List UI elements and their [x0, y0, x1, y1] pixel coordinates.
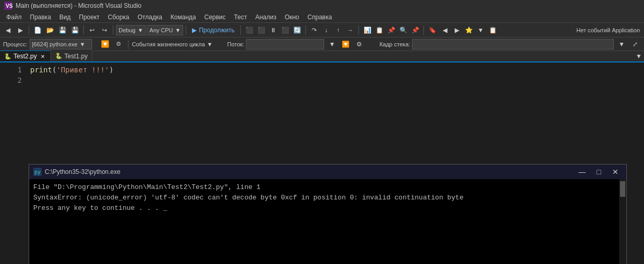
title-bar: VS Main (выполняется) - Microsoft Visual…	[0, 0, 644, 11]
sep3	[113, 26, 113, 35]
tabs-arrow[interactable]: ▼	[634, 51, 644, 61]
console-line-1: File "D:\Programming\Python\Main\Test2\T…	[33, 182, 617, 193]
tab-test2-label: Test2.py	[14, 53, 37, 60]
console-close-btn[interactable]: ✕	[609, 167, 622, 177]
back-btn[interactable]: ◀	[2, 24, 14, 36]
process-label: Процесс:	[3, 41, 28, 47]
console-minimize-btn[interactable]: —	[575, 167, 589, 177]
tab-test1[interactable]: 🐍 Test1.py	[51, 51, 93, 61]
events-dropdown-arrow[interactable]: ▼	[207, 41, 213, 47]
console-title-bar: py C:\Python35-32\python.exe — □ ✕	[29, 165, 626, 179]
menu-edit[interactable]: Правка	[26, 12, 56, 22]
tab-test2-close[interactable]: ✕	[39, 53, 46, 60]
settings-btn[interactable]: ⚙	[113, 39, 124, 50]
tool3-btn[interactable]: 📌	[385, 24, 397, 36]
menu-help[interactable]: Справка	[303, 12, 336, 22]
stack-expand-btn[interactable]: ⤢	[629, 39, 641, 50]
step-over-btn[interactable]: ↷	[308, 24, 320, 36]
console-content: File "D:\Programming\Python\Main\Test2\T…	[29, 179, 626, 264]
thread-input[interactable]	[246, 39, 324, 49]
extra-tools: 📊 📋 📌 🔍 📌	[362, 24, 421, 36]
console-window: py C:\Python35-32\python.exe — □ ✕ File …	[29, 164, 627, 264]
nav2-btn[interactable]: ▶	[451, 24, 462, 36]
debug-sep	[128, 40, 128, 49]
breakpoint-btn[interactable]: ⬛	[243, 24, 255, 36]
menu-build[interactable]: Сборка	[104, 12, 133, 22]
sep2	[83, 26, 84, 35]
open-paren: (	[52, 66, 56, 74]
stack-label: Кадр стека:	[379, 41, 410, 47]
tabs-bar: 🐍 Test2.py ✕ 🐍 Test1.py ▼	[0, 51, 644, 62]
debug-process-bar: Процесс: [6624] python.exe ▼ 🔽 ⚙ События…	[0, 37, 644, 51]
console-maximize-btn[interactable]: □	[592, 167, 606, 177]
debug-controls: ⬛ ⬛ ⏸ ⬛ 🔄	[243, 24, 303, 36]
vs-icon: VS	[4, 2, 12, 10]
svg-text:py: py	[34, 169, 41, 175]
process-dropdown-arrow: ▼	[80, 41, 85, 47]
bookmark-btn[interactable]: 🔖	[427, 24, 438, 36]
pause-btn[interactable]: ⏸	[267, 24, 279, 36]
menu-file[interactable]: Файл	[2, 12, 26, 22]
menu-debug[interactable]: Отладка	[133, 12, 166, 22]
nav1-btn[interactable]: ◀	[439, 24, 450, 36]
nav-tools: ◀ ▶ ⭐ ▼ 📋	[439, 24, 498, 36]
sep6	[305, 26, 306, 35]
print-keyword: print	[30, 66, 52, 74]
tool2-btn[interactable]: 📋	[373, 24, 385, 36]
debug-btn2[interactable]: ⬛	[255, 24, 267, 36]
open-btn[interactable]: 📂	[44, 24, 56, 36]
menu-view[interactable]: Вид	[55, 12, 75, 22]
tab-test1-label: Test1.py	[65, 53, 88, 60]
title-text: Main (выполняется) - Microsoft Visual St…	[16, 2, 141, 9]
menu-window[interactable]: Окно	[280, 12, 303, 22]
sep4	[186, 26, 186, 35]
stack-dropdown-btn[interactable]: ▼	[616, 39, 627, 50]
tool1-btn[interactable]: 📊	[362, 24, 373, 36]
nav3-btn[interactable]: ⭐	[463, 24, 474, 36]
nav4-btn[interactable]: ▼	[475, 24, 486, 36]
menu-tools[interactable]: Сервис	[200, 12, 230, 22]
filter-btn[interactable]: 🔽	[99, 39, 111, 50]
string-literal: 'Привет !!!'	[57, 66, 109, 74]
forward-btn[interactable]: ▶	[15, 24, 26, 36]
events-label: События жизненного цикла	[132, 41, 205, 47]
menu-team[interactable]: Команда	[166, 12, 200, 22]
line-numbers: 1 2	[0, 62, 26, 99]
menu-test[interactable]: Тест	[230, 12, 251, 22]
tool5-btn[interactable]: 📌	[409, 24, 421, 36]
code-line-1: print('Привет !!!')	[30, 65, 644, 75]
save-all-btn[interactable]: 💾	[69, 24, 81, 36]
new-file-btn[interactable]: 📄	[32, 24, 43, 36]
debug-config-dropdown[interactable]: Debug ▼	[116, 25, 146, 35]
redo-btn[interactable]: ↪	[99, 24, 110, 36]
restart-btn[interactable]: 🔄	[291, 24, 303, 36]
code-area[interactable]: print('Привет !!!')	[26, 62, 644, 99]
tab-py-icon2: 🐍	[55, 53, 62, 59]
tab-test2[interactable]: 🐍 Test2.py ✕	[0, 51, 51, 61]
step-into-btn[interactable]: ↓	[320, 24, 332, 36]
process-dropdown[interactable]: [6624] python.exe ▼	[30, 39, 92, 49]
dropdown-arrow: ▼	[137, 27, 143, 33]
undo-btn[interactable]: ↩	[86, 24, 98, 36]
stack-input[interactable]	[412, 39, 614, 49]
tool4-btn[interactable]: 🔍	[397, 24, 409, 36]
main-content: 1 2 print('Привет !!!') py C:\Python35-3…	[0, 62, 644, 99]
run-to-cursor-btn[interactable]: →	[344, 24, 356, 36]
continue-btn[interactable]: ▶ Продолжить	[189, 26, 238, 35]
thread-settings-btn[interactable]: ⚙	[353, 39, 365, 50]
scrollbar-thumb[interactable]	[620, 181, 625, 197]
save-btn[interactable]: 💾	[57, 24, 68, 36]
console-scrollbar[interactable]	[619, 179, 626, 264]
nav5-btn[interactable]: 📋	[487, 24, 498, 36]
menu-project[interactable]: Проект	[75, 12, 104, 22]
menu-analyze[interactable]: Анализ	[251, 12, 281, 22]
thread-filter-btn[interactable]: 🔽	[340, 39, 351, 50]
stop-btn[interactable]: ⬛	[279, 24, 291, 36]
code-line-2	[30, 75, 644, 85]
platform-dropdown[interactable]: Any CPU ▼	[147, 25, 183, 35]
step-out-btn[interactable]: ↑	[332, 24, 344, 36]
thread-dropdown-btn[interactable]: ▼	[326, 39, 338, 50]
play-icon: ▶	[192, 27, 197, 34]
editor-area: 1 2 print('Привет !!!')	[0, 62, 644, 99]
console-icon: py	[33, 168, 42, 176]
